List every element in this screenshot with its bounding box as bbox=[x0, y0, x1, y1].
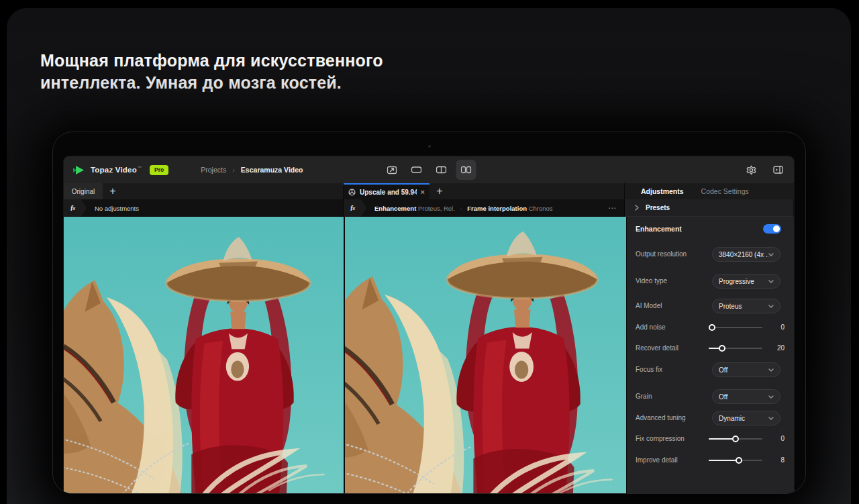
adjustments-panel: Enhancement Output resolution 3840×2160 … bbox=[626, 217, 794, 494]
improve-detail-row: Improve detail 8 bbox=[627, 453, 794, 468]
fullscreen-view-icon[interactable] bbox=[382, 160, 402, 180]
tab-upscale-label: Upscale and 59.94 bbox=[360, 189, 417, 196]
more-options-icon[interactable]: ⋯ bbox=[608, 203, 617, 213]
grain-dropdown[interactable]: Off bbox=[712, 389, 780, 404]
chevron-right-icon bbox=[635, 205, 639, 211]
app-topbar: Topaz Video™ Pro Projects › Escaramuza V… bbox=[64, 156, 794, 183]
improve-detail-slider[interactable] bbox=[709, 453, 762, 468]
fix-compression-row: Fix compression 0 bbox=[627, 432, 794, 446]
left-pane-tabs: Original + bbox=[64, 183, 344, 199]
right-filter-bar: fx Enhancement Proteus, Rel. · Frame int… bbox=[344, 199, 625, 217]
tab-adjustments[interactable]: Adjustments bbox=[641, 187, 684, 195]
topaz-logo-icon bbox=[72, 165, 85, 175]
hero-heading-line2: интеллекта. Умная до мозга костей. bbox=[40, 72, 383, 94]
settings-gear-icon[interactable] bbox=[742, 160, 760, 179]
fx-icon: fx bbox=[64, 199, 87, 217]
add-noise-slider[interactable] bbox=[709, 320, 762, 335]
right-filter-text: Enhancement Proteus, Rel. · Frame interp… bbox=[374, 205, 553, 212]
chevron-down-icon bbox=[768, 395, 774, 399]
section-card: Мощная платформа для искусственного инте… bbox=[7, 8, 851, 504]
ai-model-row: AI Model Proteus bbox=[627, 299, 794, 313]
right-new-tab-button[interactable]: + bbox=[430, 183, 450, 199]
hero-heading-line1: Мощная платформа для искусственного bbox=[40, 50, 383, 72]
left-new-tab-button[interactable]: + bbox=[103, 183, 123, 199]
enhancement-label: Enhancement bbox=[636, 217, 682, 241]
presets-row[interactable]: Presets bbox=[625, 199, 793, 217]
fix-compression-slider[interactable] bbox=[709, 432, 762, 446]
trademark: ™ bbox=[138, 166, 142, 170]
focus-fix-row: Focus fix Off bbox=[627, 362, 794, 377]
enhancement-toggle[interactable] bbox=[763, 224, 781, 234]
breadcrumb: Projects › Escaramuza Video bbox=[201, 166, 303, 174]
tab-upscale[interactable]: Upscale and 59.94 × bbox=[344, 183, 430, 199]
recover-detail-row: Recover detail 20 bbox=[627, 341, 794, 356]
view-mode-group bbox=[382, 156, 476, 183]
hero-heading: Мощная платформа для искусственного инте… bbox=[40, 50, 383, 94]
presets-bar: Presets bbox=[625, 199, 793, 217]
video-type-row: Video type Progressive bbox=[627, 274, 794, 289]
panel-tabs: Adjustments Codec Settings bbox=[625, 183, 793, 199]
chevron-down-icon bbox=[768, 280, 774, 283]
enhance-sphere-icon bbox=[348, 189, 356, 196]
app-window: Topaz Video™ Pro Projects › Escaramuza V… bbox=[64, 156, 794, 494]
output-resolution-row: Output resolution 3840×2160 (4x ... bbox=[627, 247, 794, 262]
device-camera-dot bbox=[428, 145, 431, 148]
upscaled-video-preview[interactable] bbox=[345, 217, 626, 494]
tab-codec-settings[interactable]: Codec Settings bbox=[701, 187, 749, 195]
page: Мощная платформа для искусственного инте… bbox=[0, 0, 859, 504]
right-pane-tabs: Upscale and 59.94 × + bbox=[344, 183, 625, 199]
toggle-right-panel-icon[interactable] bbox=[768, 160, 787, 179]
tab-strip: Original + Upscale and 59.94 × + bbox=[64, 183, 794, 199]
topbar-right-group bbox=[742, 156, 790, 183]
pro-badge: Pro bbox=[150, 165, 168, 175]
side-by-side-view-icon[interactable] bbox=[456, 160, 476, 180]
grain-row: Grain Off bbox=[627, 389, 794, 404]
recover-detail-slider[interactable] bbox=[709, 341, 762, 356]
left-filter-bar: fx No adjustments bbox=[64, 199, 344, 217]
chevron-down-icon bbox=[768, 305, 774, 308]
advanced-tuning-row: Advanced tuning Dynamic bbox=[627, 411, 794, 425]
content-area: Enhancement Output resolution 3840×2160 … bbox=[64, 217, 794, 494]
breadcrumb-separator-icon: › bbox=[232, 166, 235, 174]
focus-fix-dropdown[interactable]: Off bbox=[712, 362, 780, 377]
presets-label: Presets bbox=[646, 204, 670, 211]
original-video-preview[interactable] bbox=[64, 217, 344, 494]
brand: Topaz Video™ Pro bbox=[64, 165, 168, 175]
device-mockup: Topaz Video™ Pro Projects › Escaramuza V… bbox=[52, 132, 806, 494]
breadcrumb-projects[interactable]: Projects bbox=[201, 166, 226, 174]
single-view-icon[interactable] bbox=[407, 160, 427, 180]
add-noise-row: Add noise 0 bbox=[627, 320, 794, 335]
fx-icon: fx bbox=[344, 199, 366, 217]
filter-strip: fx No adjustments fx Enhancement Proteus… bbox=[64, 199, 794, 217]
ai-model-dropdown[interactable]: Proteus bbox=[712, 299, 780, 313]
brand-name: Topaz Video™ bbox=[91, 166, 142, 174]
video-type-dropdown[interactable]: Progressive bbox=[712, 274, 780, 289]
chevron-down-icon bbox=[768, 417, 774, 420]
output-resolution-dropdown[interactable]: 3840×2160 (4x ... bbox=[712, 247, 780, 262]
advanced-tuning-dropdown[interactable]: Dynamic bbox=[712, 411, 780, 425]
split-view-icon[interactable] bbox=[432, 160, 452, 180]
chevron-down-icon bbox=[768, 368, 774, 372]
tab-close-icon[interactable]: × bbox=[421, 189, 425, 196]
breadcrumb-current: Escaramuza Video bbox=[241, 166, 303, 174]
left-filter-text: No adjustments bbox=[95, 205, 139, 212]
enhancement-row: Enhancement bbox=[627, 217, 794, 241]
chevron-down-icon bbox=[768, 253, 774, 256]
tab-original[interactable]: Original bbox=[64, 183, 103, 199]
